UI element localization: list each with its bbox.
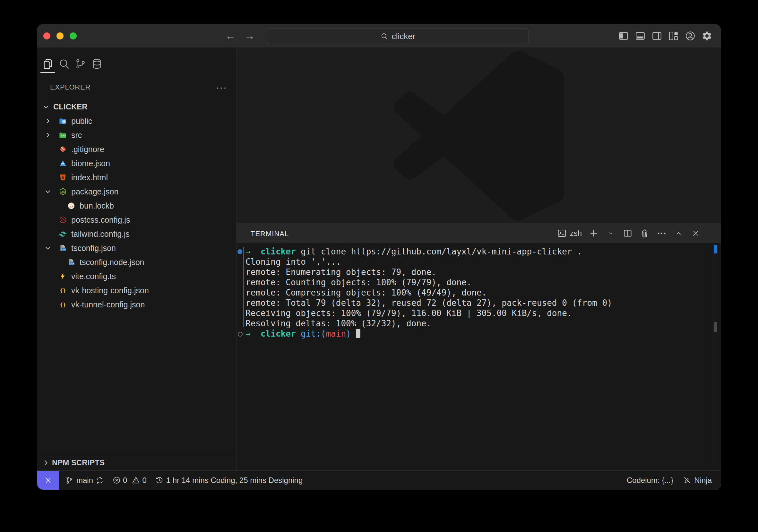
kill-terminal-icon[interactable] <box>639 228 650 238</box>
terminal-text-segment: remote: Counting objects: 100% (79/79), … <box>246 278 471 287</box>
file-label: bun.lockb <box>80 201 114 211</box>
terminal-text-segment: Resolving deltas: 100% (32/32), done. <box>246 318 431 328</box>
chevron-down-icon <box>44 188 54 195</box>
file-row-package.json[interactable]: JSpackage.json <box>37 184 236 199</box>
terminal-content[interactable]: → clicker git clone https://github.com/l… <box>236 243 721 470</box>
terminal-command-decoration-hollow[interactable] <box>238 332 243 337</box>
tree-root-clicker[interactable]: CLICKER <box>37 100 236 114</box>
search-value: clicker <box>392 31 416 41</box>
warning-count: 0 <box>142 476 146 485</box>
activity-item-database[interactable] <box>91 58 103 70</box>
bun-icon <box>67 202 75 210</box>
time-tracking-status[interactable]: 1 hr 14 mins Coding, 25 mins Designing <box>155 476 303 485</box>
history-clock-icon <box>155 476 164 484</box>
file-row-public[interactable]: public <box>37 114 236 128</box>
forward-arrow-icon[interactable]: → <box>244 30 255 42</box>
terminal-line: Resolving deltas: 100% (32/32), done. <box>246 318 708 329</box>
file-row-tsconfig.node.json[interactable]: TStsconfig.node.json <box>37 255 236 269</box>
terminal-icon <box>557 228 567 238</box>
file-row-tsconfig.json[interactable]: TStsconfig.json <box>37 241 236 255</box>
more-actions-icon[interactable] <box>657 228 667 238</box>
split-terminal-icon[interactable] <box>623 228 633 238</box>
terminal-command-decoration-filled[interactable] <box>237 249 242 254</box>
file-row-index.html[interactable]: 5index.html <box>37 170 236 184</box>
search-icon <box>380 32 389 41</box>
back-arrow-icon[interactable]: ← <box>225 30 236 42</box>
terminal-line: Cloning into '.'... <box>246 257 708 267</box>
toggle-primary-sidebar-icon[interactable] <box>618 30 629 41</box>
status-right: Codeium: {...} Ninja <box>627 476 712 485</box>
file-label: tsconfig.node.json <box>80 258 144 267</box>
terminal-panel: TERMINAL zsh <box>236 223 721 470</box>
terminal-text-segment: remote: Enumerating objects: 79, done. <box>246 267 436 277</box>
svg-text:TS: TS <box>62 248 65 251</box>
layout-controls <box>618 30 712 41</box>
settings-gear-icon[interactable] <box>702 30 712 41</box>
nodejs-icon: JS <box>58 187 67 196</box>
vite-icon <box>58 272 67 281</box>
branch-name: main <box>76 476 93 485</box>
codeium-status[interactable]: Codeium: {...} <box>627 476 673 485</box>
file-row-vite.config.ts[interactable]: vite.config.ts <box>37 269 236 283</box>
activity-item-explorer[interactable] <box>42 58 54 70</box>
file-label: src <box>71 131 82 140</box>
file-row-bun.lockb[interactable]: bun.lockb <box>37 199 236 213</box>
terminal-dropdown-chevron-icon[interactable] <box>605 228 616 238</box>
terminal-text-segment: ) <box>346 329 351 339</box>
customize-layout-icon[interactable] <box>668 30 679 41</box>
file-row-vk-tunnel-config.json[interactable]: {}vk-tunnel-config.json <box>37 297 236 312</box>
terminal-line: remote: Compressing objects: 100% (49/49… <box>246 287 708 298</box>
file-label: index.html <box>71 173 108 182</box>
file-row-vk-hosting-config.json[interactable]: {}vk-hosting-config.json <box>37 283 236 297</box>
json-icon: {} <box>58 286 67 295</box>
errors-icon <box>112 476 121 484</box>
close-window-button[interactable] <box>43 32 51 40</box>
minimize-window-button[interactable] <box>56 32 63 40</box>
terminal-command-output-bar <box>243 247 244 327</box>
explorer-header: EXPLORER ··· <box>37 81 236 94</box>
tab-terminal[interactable]: TERMINAL <box>250 225 290 241</box>
history-navigation: ← → <box>225 30 255 42</box>
ninja-status[interactable]: Ninja <box>683 476 712 485</box>
svg-text:{}: {} <box>60 302 66 308</box>
terminal-instance-zsh[interactable]: zsh <box>557 228 582 238</box>
vscode-watermark-logo <box>394 51 564 221</box>
svg-text:</>: </> <box>61 134 66 137</box>
account-icon[interactable] <box>685 30 696 41</box>
file-row-src[interactable]: </>src <box>37 128 236 142</box>
ninja-label: Ninja <box>694 476 712 485</box>
toggle-secondary-sidebar-icon[interactable] <box>651 30 662 41</box>
svg-text:{}: {} <box>60 287 66 294</box>
npm-scripts-section[interactable]: NPM SCRIPTS <box>37 455 236 470</box>
file-row-tailwind.config.js[interactable]: tailwind.config.js <box>37 227 236 241</box>
new-terminal-icon[interactable] <box>589 228 599 238</box>
terminal-text-segment: main <box>326 329 346 339</box>
file-row-biome.json[interactable]: biome.json <box>37 156 236 170</box>
close-panel-icon[interactable] <box>691 228 701 238</box>
zoom-window-button[interactable] <box>70 32 77 40</box>
time-tracking-label: 1 hr 14 mins Coding, 25 mins Designing <box>166 476 303 485</box>
file-row-postcss.config.js[interactable]: postcss.config.js <box>37 213 236 227</box>
file-row-.gitignore[interactable]: .gitignore <box>37 142 236 156</box>
command-center-search[interactable]: clicker <box>267 29 529 44</box>
terminal-text-segment: clicker <box>251 247 296 256</box>
terminal-text-segment: remote: Compressing objects: 100% (49/49… <box>246 288 487 297</box>
activity-item-search[interactable] <box>58 58 70 70</box>
explorer-more-actions-icon[interactable]: ··· <box>216 86 227 89</box>
file-label: postcss.config.js <box>71 215 130 225</box>
maximize-panel-icon[interactable] <box>673 228 684 238</box>
status-bar: main 0 0 1 hr 14 mins Coding, 25 mins De… <box>37 470 721 490</box>
tsconfig-icon: TS <box>67 258 75 267</box>
activity-item-source-control[interactable] <box>75 58 86 70</box>
problems-status[interactable]: 0 0 <box>112 476 147 485</box>
git-branch-icon <box>65 476 74 484</box>
remote-indicator[interactable] <box>37 471 59 490</box>
git-branch-status[interactable]: main <box>65 476 104 485</box>
shell-label: zsh <box>570 229 582 238</box>
toggle-panel-icon[interactable] <box>635 30 646 41</box>
terminal-scrollbar-track <box>713 243 713 470</box>
terminal-line: Receiving objects: 100% (79/79), 116.00 … <box>246 308 708 318</box>
terminal-text-segment: git clone https://github.com/layxl/vk-mi… <box>296 247 582 256</box>
terminal-scrollbar-thumb[interactable] <box>714 322 717 332</box>
terminal-text-segment: Cloning into '.'... <box>246 257 341 267</box>
